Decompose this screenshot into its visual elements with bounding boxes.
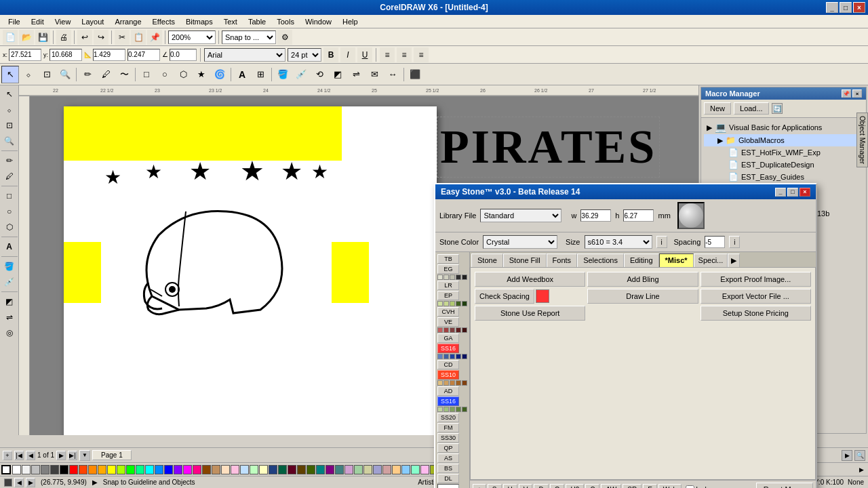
color-magenta[interactable] bbox=[183, 465, 192, 474]
color-sage[interactable] bbox=[354, 465, 363, 474]
swatch-29[interactable] bbox=[456, 407, 461, 412]
color-lt-yellow[interactable] bbox=[259, 465, 268, 474]
tab-fonts[interactable]: Fonts bbox=[547, 253, 578, 267]
rect-tool[interactable]: □ bbox=[138, 66, 155, 83]
swatch-9[interactable] bbox=[456, 301, 461, 306]
color-lt-green[interactable] bbox=[250, 465, 258, 474]
color-candy[interactable] bbox=[420, 465, 429, 474]
swatch-4[interactable] bbox=[456, 274, 461, 280]
minimize-button[interactable]: _ bbox=[826, 2, 838, 13]
angle-input[interactable] bbox=[170, 49, 197, 61]
color-peach[interactable] bbox=[221, 465, 230, 474]
setup-stone-pricing-btn[interactable]: Setup Stone Pricing bbox=[701, 306, 811, 321]
new-macro-button[interactable]: New bbox=[704, 102, 731, 115]
fill-tool[interactable]: 🪣 bbox=[274, 66, 292, 83]
color-green[interactable] bbox=[126, 465, 135, 474]
export-proof-btn[interactable]: Export Proof Image... bbox=[701, 272, 811, 287]
menu-view[interactable]: View bbox=[50, 16, 77, 27]
fm-btn[interactable]: FM bbox=[437, 423, 459, 432]
new-btn[interactable]: 📄 bbox=[3, 30, 18, 45]
aw-btn[interactable]: AW bbox=[601, 484, 621, 489]
color-red[interactable] bbox=[69, 465, 78, 474]
lt-crop[interactable]: ⊡ bbox=[1, 118, 18, 133]
eyedropper-tool[interactable]: 💉 bbox=[292, 66, 310, 83]
smart-fill[interactable]: ⬛ bbox=[406, 66, 424, 83]
align-right[interactable]: ≡ bbox=[414, 47, 429, 62]
page-add-btn[interactable]: + bbox=[3, 451, 12, 460]
node-tool[interactable]: ⬦ bbox=[20, 66, 37, 83]
color-dk-green[interactable] bbox=[278, 465, 287, 474]
menu-effects[interactable]: Effects bbox=[147, 16, 180, 27]
close-button[interactable]: × bbox=[853, 2, 865, 13]
spiral-tool[interactable]: 🌀 bbox=[211, 66, 229, 83]
zoom-fit-btn[interactable]: 🔍 bbox=[854, 450, 865, 461]
shadow-tool[interactable]: ◩ bbox=[329, 66, 347, 83]
menu-layout[interactable]: Layout bbox=[76, 16, 109, 27]
swatch-10[interactable] bbox=[462, 301, 467, 306]
size-select[interactable]: s610 = 3.4 bbox=[585, 235, 652, 249]
swatch-12[interactable] bbox=[443, 327, 449, 333]
font-select[interactable]: Arial bbox=[204, 48, 285, 62]
width-input[interactable] bbox=[93, 49, 125, 61]
ep-btn[interactable]: EP bbox=[437, 291, 459, 300]
swatch-5[interactable] bbox=[462, 274, 467, 280]
italic-btn[interactable]: I bbox=[340, 47, 355, 62]
menu-bitmaps[interactable]: Bitmaps bbox=[180, 16, 218, 27]
transform-tool[interactable]: ⟲ bbox=[311, 66, 328, 83]
swatch-27[interactable] bbox=[443, 407, 449, 412]
side-tab-object[interactable]: Object Manager bbox=[856, 113, 868, 167]
swatch-13[interactable] bbox=[450, 327, 455, 333]
blend-tool[interactable]: ⇌ bbox=[347, 66, 365, 83]
redo-btn[interactable]: ↪ bbox=[94, 30, 108, 45]
swatch-25[interactable] bbox=[462, 380, 467, 386]
print-btn[interactable]: 🖨 bbox=[56, 30, 71, 45]
bold-btn[interactable]: B bbox=[323, 47, 338, 62]
cd-btn[interactable]: CD bbox=[437, 360, 459, 369]
spacing-info-btn[interactable]: i bbox=[729, 236, 740, 248]
open-btn[interactable]: 📂 bbox=[19, 30, 34, 45]
swatch-15[interactable] bbox=[462, 327, 467, 333]
lt-outline[interactable]: ◎ bbox=[1, 325, 18, 340]
u2-btn[interactable]: U2 bbox=[566, 484, 584, 489]
pen-tool[interactable]: 🖊 bbox=[97, 66, 115, 83]
lt-fill[interactable]: 🪣 bbox=[1, 259, 18, 274]
swatch-1[interactable] bbox=[437, 274, 443, 280]
es-maximize[interactable]: □ bbox=[787, 188, 798, 197]
ss10-btn[interactable]: SS10 bbox=[437, 370, 459, 380]
h-input[interactable] bbox=[623, 209, 654, 222]
lt-shadow[interactable]: ◩ bbox=[1, 294, 18, 309]
lt-pen[interactable]: 🖊 bbox=[1, 169, 18, 184]
crop-tool[interactable]: ⊡ bbox=[38, 66, 56, 83]
tree-vba[interactable]: ▶ 💻 Visual Basic for Applications bbox=[704, 121, 863, 134]
tree-global[interactable]: ▶ 📁 GlobalMacros bbox=[704, 134, 863, 146]
cvh-btn[interactable]: CVH bbox=[437, 307, 459, 317]
lt-pick[interactable]: ↖ bbox=[1, 87, 18, 102]
underline-btn[interactable]: U bbox=[357, 47, 372, 62]
eg-btn[interactable]: EG bbox=[437, 264, 459, 274]
lt-text[interactable]: A bbox=[1, 239, 18, 254]
lt-poly[interactable]: ⬡ bbox=[1, 220, 18, 235]
polygon-tool[interactable]: ⬡ bbox=[174, 66, 192, 83]
paste-btn[interactable]: 📌 bbox=[147, 30, 162, 45]
h-btn[interactable]: H bbox=[503, 484, 517, 489]
swatch-30[interactable] bbox=[462, 407, 467, 412]
load-macro-button[interactable]: Load... bbox=[734, 102, 769, 115]
select-tool[interactable]: ↖ bbox=[1, 66, 19, 83]
swatch-8[interactable] bbox=[450, 301, 455, 306]
add-weedbox-btn[interactable]: Add Weedbox bbox=[475, 272, 585, 287]
swatch-16[interactable] bbox=[437, 354, 443, 359]
lt-pencil[interactable]: ✏ bbox=[1, 153, 18, 168]
ad-btn[interactable]: AD bbox=[437, 386, 459, 396]
color-white[interactable] bbox=[12, 465, 21, 474]
e-btn[interactable]: E bbox=[643, 484, 657, 489]
ve-btn[interactable]: VE bbox=[437, 317, 459, 327]
menu-edit[interactable]: Edit bbox=[26, 16, 50, 27]
color-violet[interactable] bbox=[174, 465, 182, 474]
swatch-6[interactable] bbox=[437, 301, 443, 306]
artistic-media[interactable]: 〜 bbox=[115, 66, 133, 83]
color-yellow-green[interactable] bbox=[117, 465, 125, 474]
undo-btn[interactable]: ↩ bbox=[77, 30, 92, 45]
page-prev-btn[interactable]: ◀ bbox=[26, 451, 35, 460]
color-dusty-rose[interactable] bbox=[382, 465, 391, 474]
color-black[interactable] bbox=[60, 465, 68, 474]
